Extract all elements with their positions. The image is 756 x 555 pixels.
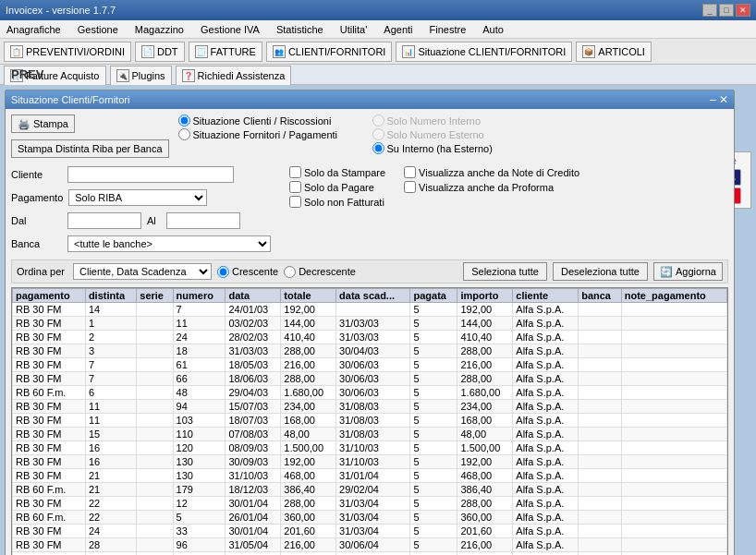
table-cell xyxy=(579,525,622,538)
table-cell xyxy=(621,372,726,386)
radio-clienti[interactable]: Situazione Clienti / Riscossioni xyxy=(178,115,363,127)
plugins-button[interactable]: 🔌 Plugins xyxy=(110,66,172,86)
table-cell xyxy=(621,317,726,331)
menu-auto[interactable]: Auto xyxy=(480,23,506,36)
table-cell: 24/01/03 xyxy=(226,303,281,317)
menu-magazzino[interactable]: Magazzino xyxy=(132,23,187,36)
radio-solo-esterno[interactable]: Solo Numero Esterno xyxy=(372,128,493,140)
seleziona-tutte-button[interactable]: Seleziona tutte xyxy=(463,262,547,281)
table-row[interactable]: RB 30 FM31831/03/03288,0030/04/035288,00… xyxy=(13,344,727,358)
table-cell: 1 xyxy=(85,317,136,331)
table-cell xyxy=(137,414,173,428)
check-solo-non-fatturati[interactable]: Solo non Fatturati xyxy=(289,196,385,208)
check-note-credito[interactable]: Visualizza anche da Note di Credito xyxy=(404,166,579,178)
preventivi-ordini-button[interactable]: 📋 PREVENTIVI/ORDINI xyxy=(4,42,131,62)
table-cell: 30/01/04 xyxy=(226,525,281,538)
radio-decrescente[interactable]: Decrescente xyxy=(284,266,356,278)
table-cell: 201,60 xyxy=(457,525,513,538)
menu-statistiche[interactable]: Statistiche xyxy=(274,23,326,36)
data-table-wrapper[interactable]: pagamento distinta serie numero data tot… xyxy=(11,287,728,555)
table-cell: 288,00 xyxy=(281,344,336,358)
table-cell: Alfa S.p.A. xyxy=(513,428,579,441)
radio-crescente[interactable]: Crescente xyxy=(217,266,278,278)
articoli-button[interactable]: 📦 ARTICOLI xyxy=(576,42,652,62)
table-row[interactable]: RB 30 FM3011501/07/04234,0031/08/045234,… xyxy=(13,552,727,556)
table-cell: RB 30 FM xyxy=(13,331,86,344)
fatture-button[interactable]: 🧾 FATTURE xyxy=(189,42,262,62)
col-numero: numero xyxy=(173,289,226,303)
table-cell xyxy=(621,525,726,538)
situazione-clienti-button[interactable]: 📊 Situazione CLIENTI/FORNITORI xyxy=(396,42,572,62)
table-cell: 5 xyxy=(410,497,457,511)
table-row[interactable]: RB 30 FM119415/07/03234,0031/08/035234,0… xyxy=(13,400,727,414)
table-row[interactable]: RB 30 FM1613030/09/03192,0031/10/035192,… xyxy=(13,455,727,469)
ddt-button[interactable]: 📄 DDT xyxy=(135,42,185,62)
table-cell: 21 xyxy=(85,483,136,497)
stampa-distinta-button[interactable]: Stampa Distinta Riba per Banca xyxy=(11,139,169,158)
table-cell: 08/09/03 xyxy=(226,441,281,455)
ordina-select[interactable]: Cliente, Data Scadenza xyxy=(73,263,212,280)
table-cell: RB 30 FM xyxy=(13,428,86,441)
table-cell: 31/03/04 xyxy=(336,511,410,525)
table-row[interactable]: RB 30 FM289631/05/04216,0030/06/045216,0… xyxy=(13,538,727,552)
radio-solo-interno[interactable]: Solo Numero Interno xyxy=(372,115,493,127)
pagamento-select[interactable]: Solo RIBA xyxy=(68,189,207,206)
table-row[interactable]: RB 30 FM14724/01/03192,005192,00Alfa S.p… xyxy=(13,303,727,317)
table-row[interactable]: RB 30 FM2113031/10/03468,0031/01/045468,… xyxy=(13,469,727,483)
table-cell: 103 xyxy=(173,414,226,428)
check-solo-stampare[interactable]: Solo da Stampare xyxy=(289,166,385,178)
radio-su-interno[interactable]: Su Interno (ha Esterno) xyxy=(372,142,493,154)
table-row[interactable]: RB 60 F.m.64829/04/031.680,0030/06/0351.… xyxy=(13,386,727,400)
table-row[interactable]: RB 60 F.m.2117918/12/03386,4029/02/04538… xyxy=(13,483,727,497)
close-button[interactable]: ✕ xyxy=(736,4,750,17)
menu-bar: Anagrafiche Gestione Magazzino Gestione … xyxy=(0,20,756,39)
radio-fornitori[interactable]: Situazione Fornitori / Pagamenti xyxy=(178,128,363,140)
assistenza-button[interactable]: ❓ Richiedi Assistenza xyxy=(176,66,292,86)
clienti-fornitori-button[interactable]: 👥 CLIENTI/FORNITORI xyxy=(266,42,393,62)
table-cell: RB 30 FM xyxy=(13,358,86,372)
table-cell: 18/12/03 xyxy=(226,483,281,497)
dialog-close-button[interactable]: – ✕ xyxy=(710,93,728,106)
check-solo-pagare[interactable]: Solo da Pagare xyxy=(289,181,385,193)
table-row[interactable]: RB 30 FM76618/06/03288,0030/06/035288,00… xyxy=(13,372,727,386)
menu-finestre[interactable]: Finestre xyxy=(427,23,469,36)
fatture-icon: 🧾 xyxy=(195,45,208,58)
menu-agenti[interactable]: Agenti xyxy=(381,23,415,36)
table-row[interactable]: RB 30 FM1110318/07/03168,0031/08/035168,… xyxy=(13,414,727,428)
table-cell: 410,40 xyxy=(457,331,513,344)
table-row[interactable]: RB 30 FM76118/05/03216,0030/06/035216,00… xyxy=(13,358,727,372)
table-row[interactable]: RB 60 F.m.22526/01/04360,0031/03/045360,… xyxy=(13,511,727,525)
table-cell: Alfa S.p.A. xyxy=(513,483,579,497)
banca-select[interactable]: <tutte le banche> xyxy=(67,235,271,252)
deseleziona-tutte-button[interactable]: Deseleziona tutte xyxy=(553,262,648,281)
table-cell xyxy=(579,331,622,344)
table-cell: Alfa S.p.A. xyxy=(513,372,579,386)
menu-gestione-iva[interactable]: Gestione IVA xyxy=(198,23,262,36)
menu-anagrafiche[interactable]: Anagrafiche xyxy=(4,23,64,36)
table-cell: 410,40 xyxy=(281,331,336,344)
table-cell: 234,00 xyxy=(457,552,513,556)
stampa-button[interactable]: 🖨️ Stampa xyxy=(11,115,75,133)
table-cell: Alfa S.p.A. xyxy=(513,414,579,428)
table-row[interactable]: RB 30 FM1511007/08/0348,0031/08/03548,00… xyxy=(13,428,727,441)
aggiorna-button[interactable]: 🔄 Aggiorna xyxy=(653,262,723,281)
al-input[interactable] xyxy=(166,212,240,229)
menu-utilita[interactable]: Utilita' xyxy=(337,23,371,36)
table-cell: RB 30 FM xyxy=(13,525,86,538)
table-cell: RB 30 FM xyxy=(13,497,86,511)
table-cell: RB 30 FM xyxy=(13,441,86,455)
menu-gestione[interactable]: Gestione xyxy=(75,23,121,36)
table-row[interactable]: RB 30 FM11103/02/03144,0031/03/035144,00… xyxy=(13,317,727,331)
minimize-button[interactable]: _ xyxy=(702,4,717,17)
table-row[interactable]: RB 30 FM1612008/09/031.500,0031/10/0351.… xyxy=(13,441,727,455)
table-row[interactable]: RB 30 FM243330/01/04201,6031/03/045201,6… xyxy=(13,525,727,538)
table-cell: 192,00 xyxy=(281,455,336,469)
table-row[interactable]: RB 30 FM221230/01/04288,0031/03/045288,0… xyxy=(13,497,727,511)
maximize-button[interactable]: □ xyxy=(719,4,734,17)
table-cell: 33 xyxy=(173,525,226,538)
check-proforma[interactable]: Visualizza anche da Proforma xyxy=(404,181,579,193)
table-row[interactable]: RB 30 FM22428/02/03410,4031/03/035410,40… xyxy=(13,331,727,344)
cliente-input[interactable] xyxy=(67,166,234,183)
table-cell: RB 30 FM xyxy=(13,400,86,414)
dal-input[interactable] xyxy=(67,212,141,229)
